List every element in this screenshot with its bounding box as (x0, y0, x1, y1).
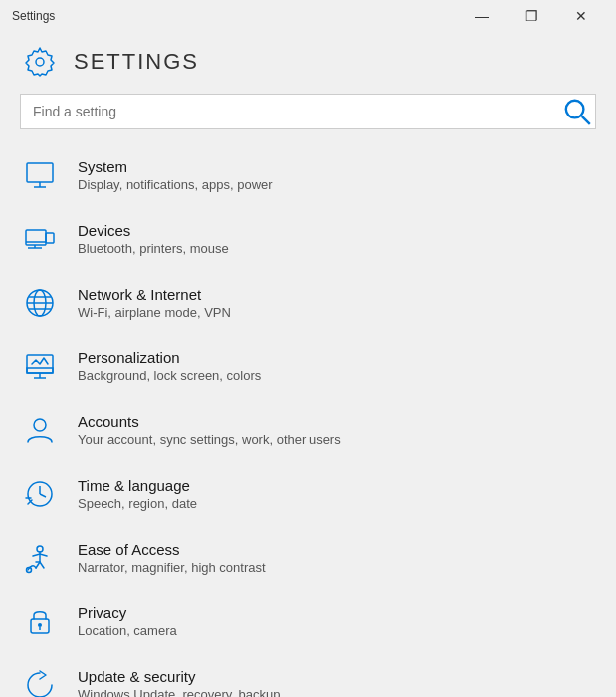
ease-subtitle: Narrator, magnifier, high contrast (78, 560, 266, 575)
svg-point-0 (36, 58, 44, 66)
title-bar: Settings — ❐ ✕ (0, 0, 616, 32)
search-icon (561, 96, 593, 127)
privacy-subtitle: Location, camera (78, 623, 177, 638)
settings-gear-icon (20, 42, 60, 82)
time-svg (24, 478, 56, 510)
maximize-button[interactable]: ❐ (509, 0, 554, 32)
ease-svg (24, 542, 56, 574)
svg-point-24 (37, 546, 43, 552)
svg-point-1 (566, 101, 584, 118)
update-icon (20, 665, 60, 697)
settings-item-ease[interactable]: Ease of Access Narrator, magnifier, high… (0, 526, 616, 589)
monitor-svg (24, 159, 56, 191)
settings-item-system[interactable]: System Display, notifications, apps, pow… (0, 143, 616, 207)
network-subtitle: Wi-Fi, airplane mode, VPN (78, 305, 231, 320)
devices-title: Devices (78, 222, 229, 239)
settings-list: System Display, notifications, apps, pow… (0, 143, 616, 697)
globe-svg (24, 287, 56, 319)
settings-item-time[interactable]: Time & language Speech, region, date (0, 462, 616, 526)
devices-icon (20, 219, 60, 259)
system-text: System Display, notifications, apps, pow… (78, 158, 273, 192)
personalization-svg (24, 350, 56, 382)
update-text: Update & security Windows Update, recove… (78, 668, 281, 697)
update-svg (24, 669, 56, 697)
window-controls: — ❐ ✕ (459, 0, 604, 32)
accounts-subtitle: Your account, sync settings, work, other… (78, 432, 341, 447)
ease-icon (20, 538, 60, 578)
privacy-title: Privacy (78, 604, 177, 621)
search-button[interactable] (558, 94, 596, 129)
accounts-svg (24, 414, 56, 446)
privacy-icon (20, 601, 60, 641)
settings-item-devices[interactable]: Devices Bluetooth, printers, mouse (0, 207, 616, 271)
time-text: Time & language Speech, region, date (78, 477, 197, 511)
settings-item-network[interactable]: Network & Internet Wi-Fi, airplane mode,… (0, 271, 616, 335)
search-bar (20, 94, 596, 129)
accounts-text: Accounts Your account, sync settings, wo… (78, 413, 341, 447)
settings-item-update[interactable]: Update & security Windows Update, recove… (0, 653, 616, 697)
network-title: Network & Internet (78, 286, 231, 303)
svg-line-23 (40, 494, 46, 497)
devices-text: Devices Bluetooth, printers, mouse (78, 222, 229, 256)
system-subtitle: Display, notifications, apps, power (78, 177, 273, 192)
close-button[interactable]: ✕ (558, 0, 604, 32)
time-subtitle: Speech, region, date (78, 496, 197, 511)
svg-point-25 (27, 568, 32, 573)
privacy-text: Privacy Location, camera (78, 604, 177, 638)
app-header: SETTINGS (0, 32, 616, 94)
svg-line-2 (582, 116, 590, 124)
svg-point-20 (34, 419, 46, 431)
settings-item-accounts[interactable]: Accounts Your account, sync settings, wo… (0, 398, 616, 462)
personalization-title: Personalization (78, 349, 261, 366)
gear-svg (24, 46, 56, 78)
system-title: System (78, 158, 273, 175)
devices-subtitle: Bluetooth, printers, mouse (78, 241, 229, 256)
app-title: SETTINGS (74, 49, 199, 75)
network-text: Network & Internet Wi-Fi, airplane mode,… (78, 286, 231, 320)
settings-item-privacy[interactable]: Privacy Location, camera (0, 589, 616, 653)
accounts-icon (20, 410, 60, 450)
svg-rect-7 (46, 233, 54, 243)
svg-rect-3 (27, 163, 53, 182)
devices-svg (24, 223, 56, 255)
svg-rect-17 (27, 368, 53, 373)
search-input[interactable] (20, 94, 596, 129)
update-subtitle: Windows Update, recovery, backup (78, 687, 281, 697)
time-title: Time & language (78, 477, 197, 494)
window-title: Settings (12, 9, 55, 23)
time-icon (20, 474, 60, 514)
ease-text: Ease of Access Narrator, magnifier, high… (78, 541, 266, 575)
svg-point-27 (38, 623, 42, 627)
personalization-icon (20, 347, 60, 386)
settings-item-personalization[interactable]: Personalization Background, lock screen,… (0, 335, 616, 398)
personalization-text: Personalization Background, lock screen,… (78, 349, 261, 383)
lock-svg (24, 605, 56, 637)
accounts-title: Accounts (78, 413, 341, 430)
system-icon (20, 155, 60, 195)
network-icon (20, 283, 60, 323)
minimize-button[interactable]: — (459, 0, 505, 32)
personalization-subtitle: Background, lock screen, colors (78, 368, 261, 383)
ease-title: Ease of Access (78, 541, 266, 558)
update-title: Update & security (78, 668, 281, 685)
